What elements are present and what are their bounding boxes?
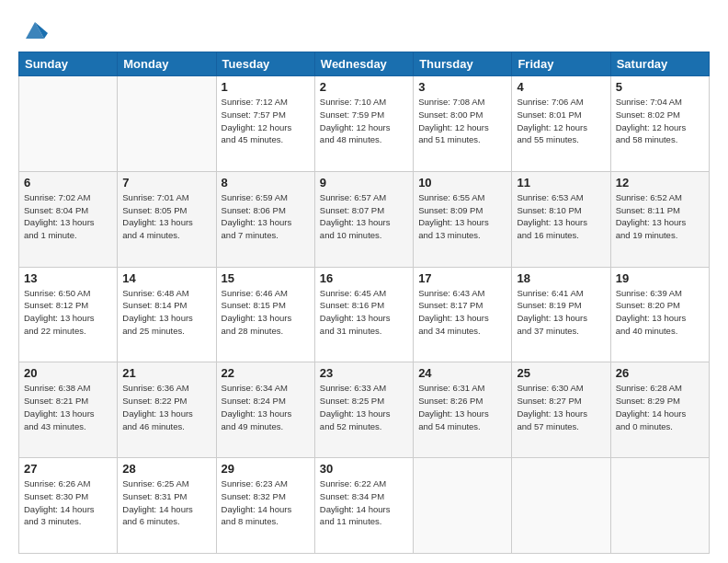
calendar-cell: 12Sunrise: 6:52 AM Sunset: 8:11 PM Dayli…	[610, 171, 709, 267]
calendar-cell: 28Sunrise: 6:25 AM Sunset: 8:31 PM Dayli…	[118, 458, 216, 554]
header	[18, 17, 710, 42]
calendar-cell: 23Sunrise: 6:33 AM Sunset: 8:25 PM Dayli…	[314, 362, 413, 458]
calendar-week-row: 13Sunrise: 6:50 AM Sunset: 8:12 PM Dayli…	[19, 267, 710, 362]
calendar-cell: 24Sunrise: 6:31 AM Sunset: 8:26 PM Dayli…	[414, 362, 512, 458]
day-number: 30	[320, 462, 408, 476]
day-number: 19	[616, 271, 704, 285]
day-number: 23	[320, 366, 408, 380]
day-number: 13	[24, 271, 112, 285]
calendar-cell: 21Sunrise: 6:36 AM Sunset: 8:22 PM Dayli…	[118, 362, 216, 458]
weekday-header: Monday	[118, 52, 216, 76]
calendar-week-row: 20Sunrise: 6:38 AM Sunset: 8:21 PM Dayli…	[19, 362, 710, 458]
day-info: Sunrise: 6:50 AM Sunset: 8:12 PM Dayligh…	[24, 287, 112, 338]
weekday-header-row: SundayMondayTuesdayWednesdayThursdayFrid…	[19, 52, 710, 76]
day-number: 12	[616, 176, 704, 190]
calendar-cell: 17Sunrise: 6:43 AM Sunset: 8:17 PM Dayli…	[414, 267, 512, 362]
day-info: Sunrise: 6:46 AM Sunset: 8:15 PM Dayligh…	[222, 287, 310, 338]
calendar-cell: 29Sunrise: 6:23 AM Sunset: 8:32 PM Dayli…	[216, 458, 314, 554]
weekday-header: Sunday	[19, 52, 118, 76]
day-info: Sunrise: 6:59 AM Sunset: 8:06 PM Dayligh…	[222, 191, 310, 242]
day-number: 29	[222, 462, 310, 476]
day-number: 18	[517, 271, 605, 285]
day-number: 14	[122, 271, 210, 285]
day-info: Sunrise: 7:10 AM Sunset: 7:59 PM Dayligh…	[320, 96, 408, 146]
calendar-cell: 18Sunrise: 6:41 AM Sunset: 8:19 PM Dayli…	[512, 267, 610, 362]
calendar-cell: 20Sunrise: 6:38 AM Sunset: 8:21 PM Dayli…	[19, 362, 118, 458]
calendar-cell: 6Sunrise: 7:02 AM Sunset: 8:04 PM Daylig…	[19, 171, 118, 267]
calendar-cell: 15Sunrise: 6:46 AM Sunset: 8:15 PM Dayli…	[216, 267, 314, 362]
day-number: 4	[517, 80, 605, 94]
day-info: Sunrise: 6:53 AM Sunset: 8:10 PM Dayligh…	[517, 191, 605, 242]
calendar-table: SundayMondayTuesdayWednesdayThursdayFrid…	[18, 52, 710, 554]
day-number: 24	[418, 366, 506, 380]
calendar-cell	[19, 76, 118, 172]
day-number: 10	[418, 176, 506, 190]
day-number: 1	[222, 80, 310, 94]
calendar-cell: 10Sunrise: 6:55 AM Sunset: 8:09 PM Dayli…	[414, 171, 512, 267]
calendar-cell: 13Sunrise: 6:50 AM Sunset: 8:12 PM Dayli…	[19, 267, 118, 362]
day-info: Sunrise: 6:36 AM Sunset: 8:22 PM Dayligh…	[122, 382, 210, 432]
weekday-header: Saturday	[610, 52, 709, 76]
day-number: 3	[418, 80, 506, 94]
day-info: Sunrise: 6:33 AM Sunset: 8:25 PM Dayligh…	[320, 382, 408, 432]
calendar-cell: 27Sunrise: 6:26 AM Sunset: 8:30 PM Dayli…	[19, 458, 118, 554]
day-number: 28	[122, 462, 210, 476]
day-info: Sunrise: 6:41 AM Sunset: 8:19 PM Dayligh…	[517, 287, 605, 338]
day-number: 27	[24, 462, 112, 476]
day-number: 9	[320, 176, 408, 190]
calendar-cell: 5Sunrise: 7:04 AM Sunset: 8:02 PM Daylig…	[610, 76, 709, 172]
day-number: 2	[320, 80, 408, 94]
calendar-cell: 16Sunrise: 6:45 AM Sunset: 8:16 PM Dayli…	[314, 267, 413, 362]
day-info: Sunrise: 6:22 AM Sunset: 8:34 PM Dayligh…	[320, 477, 408, 528]
day-info: Sunrise: 6:52 AM Sunset: 8:11 PM Dayligh…	[616, 191, 704, 242]
day-number: 17	[418, 271, 506, 285]
day-number: 15	[222, 271, 310, 285]
calendar-cell: 4Sunrise: 7:06 AM Sunset: 8:01 PM Daylig…	[512, 76, 610, 172]
calendar-cell: 9Sunrise: 6:57 AM Sunset: 8:07 PM Daylig…	[314, 171, 413, 267]
day-info: Sunrise: 6:38 AM Sunset: 8:21 PM Dayligh…	[24, 382, 112, 432]
calendar-cell: 26Sunrise: 6:28 AM Sunset: 8:29 PM Dayli…	[610, 362, 709, 458]
calendar-cell: 3Sunrise: 7:08 AM Sunset: 8:00 PM Daylig…	[414, 76, 512, 172]
day-info: Sunrise: 6:31 AM Sunset: 8:26 PM Dayligh…	[418, 382, 506, 432]
calendar-week-row: 6Sunrise: 7:02 AM Sunset: 8:04 PM Daylig…	[19, 171, 710, 267]
calendar-cell: 30Sunrise: 6:22 AM Sunset: 8:34 PM Dayli…	[314, 458, 413, 554]
day-info: Sunrise: 6:55 AM Sunset: 8:09 PM Dayligh…	[418, 191, 506, 242]
day-info: Sunrise: 7:06 AM Sunset: 8:01 PM Dayligh…	[517, 96, 605, 146]
day-number: 7	[122, 176, 210, 190]
day-info: Sunrise: 6:25 AM Sunset: 8:31 PM Dayligh…	[122, 477, 210, 528]
day-number: 6	[24, 176, 112, 190]
day-number: 8	[222, 176, 310, 190]
weekday-header: Thursday	[414, 52, 512, 76]
weekday-header: Tuesday	[216, 52, 314, 76]
calendar-cell: 14Sunrise: 6:48 AM Sunset: 8:14 PM Dayli…	[118, 267, 216, 362]
day-info: Sunrise: 6:57 AM Sunset: 8:07 PM Dayligh…	[320, 191, 408, 242]
day-number: 11	[517, 176, 605, 190]
day-info: Sunrise: 7:04 AM Sunset: 8:02 PM Dayligh…	[616, 96, 704, 146]
calendar-cell	[610, 458, 709, 554]
calendar-week-row: 27Sunrise: 6:26 AM Sunset: 8:30 PM Dayli…	[19, 458, 710, 554]
calendar-cell: 19Sunrise: 6:39 AM Sunset: 8:20 PM Dayli…	[610, 267, 709, 362]
day-info: Sunrise: 6:45 AM Sunset: 8:16 PM Dayligh…	[320, 287, 408, 338]
page: SundayMondayTuesdayWednesdayThursdayFrid…	[0, 0, 728, 563]
day-info: Sunrise: 7:08 AM Sunset: 8:00 PM Dayligh…	[418, 96, 506, 146]
calendar-cell: 11Sunrise: 6:53 AM Sunset: 8:10 PM Dayli…	[512, 171, 610, 267]
day-info: Sunrise: 6:28 AM Sunset: 8:29 PM Dayligh…	[616, 382, 704, 432]
day-info: Sunrise: 6:23 AM Sunset: 8:32 PM Dayligh…	[222, 477, 310, 528]
day-info: Sunrise: 7:01 AM Sunset: 8:05 PM Dayligh…	[122, 191, 210, 242]
calendar-week-row: 1Sunrise: 7:12 AM Sunset: 7:57 PM Daylig…	[19, 76, 710, 172]
day-number: 26	[616, 366, 704, 380]
day-number: 5	[616, 80, 704, 94]
calendar-cell	[414, 458, 512, 554]
day-info: Sunrise: 6:34 AM Sunset: 8:24 PM Dayligh…	[222, 382, 310, 432]
day-info: Sunrise: 6:26 AM Sunset: 8:30 PM Dayligh…	[24, 477, 112, 528]
day-number: 21	[122, 366, 210, 380]
day-number: 22	[222, 366, 310, 380]
logo-icon	[22, 17, 48, 42]
day-info: Sunrise: 6:48 AM Sunset: 8:14 PM Dayligh…	[122, 287, 210, 338]
day-number: 20	[24, 366, 112, 380]
calendar-cell: 7Sunrise: 7:01 AM Sunset: 8:05 PM Daylig…	[118, 171, 216, 267]
weekday-header: Friday	[512, 52, 610, 76]
logo	[18, 17, 48, 42]
day-info: Sunrise: 7:02 AM Sunset: 8:04 PM Dayligh…	[24, 191, 112, 242]
calendar-cell	[512, 458, 610, 554]
